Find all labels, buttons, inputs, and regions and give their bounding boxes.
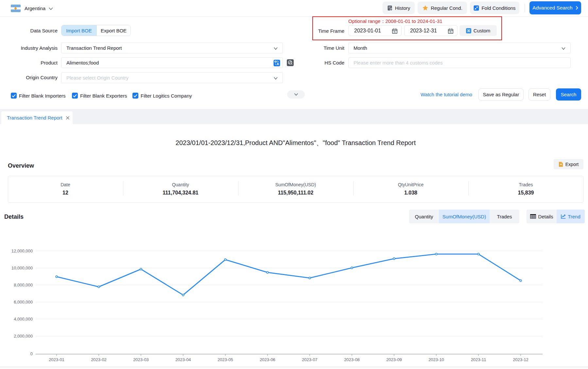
- svg-text:8,000,000: 8,000,000: [14, 283, 33, 287]
- svg-text:2023-05: 2023-05: [217, 357, 233, 362]
- svg-text:2023-06: 2023-06: [260, 357, 275, 362]
- svg-text:2023-10: 2023-10: [428, 357, 444, 362]
- svg-text:A: A: [277, 62, 279, 66]
- svg-text:2023-09: 2023-09: [386, 357, 402, 362]
- svg-text:2023-08: 2023-08: [344, 357, 360, 362]
- svg-text:12,000,000: 12,000,000: [11, 249, 33, 253]
- svg-text:2023-07: 2023-07: [302, 357, 318, 362]
- svg-text:2023-02: 2023-02: [91, 357, 107, 362]
- svg-text:2023-11: 2023-11: [471, 357, 486, 362]
- svg-text:2023-04: 2023-04: [175, 357, 191, 362]
- svg-text:2023-12: 2023-12: [513, 357, 528, 362]
- svg-text:0: 0: [30, 351, 33, 356]
- svg-text:6,000,000: 6,000,000: [14, 300, 33, 304]
- svg-text:2023-03: 2023-03: [133, 357, 149, 362]
- svg-text:2023-01: 2023-01: [49, 357, 64, 362]
- svg-text:⌘: ⌘: [467, 29, 470, 33]
- svg-text:4,000,000: 4,000,000: [14, 317, 33, 322]
- svg-text:10,000,000: 10,000,000: [11, 266, 33, 270]
- svg-text:2,000,000: 2,000,000: [14, 334, 33, 339]
